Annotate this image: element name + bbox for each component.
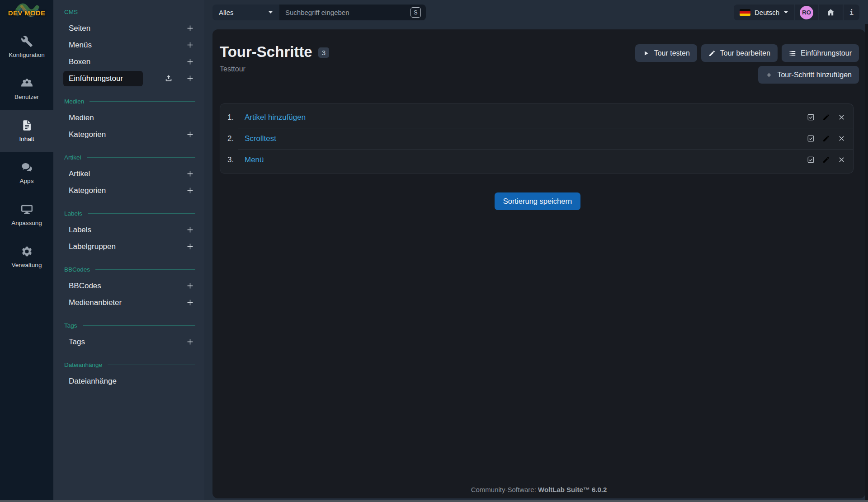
add-medienanbieter-button[interactable] xyxy=(186,298,194,307)
play-icon xyxy=(642,50,650,57)
topbar-controls: Deutsch RO i xyxy=(734,5,859,20)
dev-mode-logo[interactable]: DEV MODE xyxy=(0,0,53,26)
add-bbcode-button[interactable] xyxy=(186,281,194,290)
sidebar-item-labelgruppen: Labelgruppen xyxy=(64,238,195,255)
delete-step-close-icon[interactable] xyxy=(838,135,845,142)
sidebar-item-labels: Labels xyxy=(64,221,195,238)
plus-icon xyxy=(186,225,194,234)
search-scope-label: Alles xyxy=(219,9,234,16)
horizontal-scrollbar[interactable] xyxy=(0,500,868,502)
page-subtitle: Testtour xyxy=(220,65,329,73)
sidebar-item-link[interactable]: Labels xyxy=(63,222,98,238)
edit-step-pencil-icon[interactable] xyxy=(822,113,830,121)
rail-item-apps[interactable]: Apps xyxy=(0,152,53,194)
section-title: BBCodes xyxy=(64,266,90,273)
import-tour-button[interactable] xyxy=(164,74,173,83)
rail-item-benutzer[interactable]: Benutzer xyxy=(0,68,53,110)
rail-item-konfiguration[interactable]: Konfiguration xyxy=(0,26,53,68)
rail-item-inhalt[interactable]: Inhalt xyxy=(0,110,53,152)
tour-list-button[interactable]: Einführungstour xyxy=(782,44,859,62)
chevron-down-icon xyxy=(783,11,788,14)
enable-step-checkbox-icon[interactable] xyxy=(807,156,815,164)
step-link[interactable]: Menü xyxy=(245,155,264,164)
add-menus-button[interactable] xyxy=(186,41,194,49)
user-menu[interactable]: RO xyxy=(794,5,818,20)
tour-edit-button[interactable]: Tour bearbeiten xyxy=(701,44,778,62)
sidebar-item-medien: Medien xyxy=(64,109,195,126)
step-number: 3. xyxy=(227,155,245,164)
save-sorting-button[interactable]: Sortierung speichern xyxy=(495,192,580,210)
delete-step-close-icon[interactable] xyxy=(838,156,845,164)
footer-product-link[interactable]: WoltLab Suite™ 6.0.2 xyxy=(538,486,607,493)
add-boxen-button[interactable] xyxy=(186,57,194,66)
step-number: 2. xyxy=(227,134,245,143)
enable-step-checkbox-icon[interactable] xyxy=(807,135,815,142)
step-link[interactable]: Artikel hinzufügen xyxy=(245,113,306,122)
add-tour-step-button[interactable]: Tour-Schritt hinzufügen xyxy=(758,66,859,84)
rail-item-anpassung[interactable]: Anpassung xyxy=(0,194,53,236)
upload-icon xyxy=(164,74,173,83)
step-link[interactable]: Scrolltest xyxy=(245,134,276,143)
frontend-link[interactable] xyxy=(818,5,843,20)
sidebar-item-seiten: Seiten xyxy=(64,20,195,37)
plus-icon xyxy=(186,169,194,178)
add-medien-kategorie-button[interactable] xyxy=(186,130,194,139)
tour-steps-list: 1. Artikel hinzufügen 2. Scrolltest 3. M… xyxy=(220,103,854,174)
desktop-icon xyxy=(21,203,33,216)
add-artikel-kategorie-button[interactable] xyxy=(186,186,194,195)
acp-search: Alles S xyxy=(212,5,426,20)
section-title: Dateianhänge xyxy=(64,361,102,368)
delete-step-close-icon[interactable] xyxy=(838,113,845,121)
sidebar-item-einfuehrungstour: Einführungstour xyxy=(64,70,195,87)
sidebar-item-link[interactable]: Tags xyxy=(63,334,91,350)
sidebar-item-link[interactable]: Medien xyxy=(63,110,100,126)
sidebar-item-link[interactable]: Kategorien xyxy=(63,183,112,198)
plus-icon xyxy=(186,338,194,346)
list-icon xyxy=(789,50,796,57)
sidebar-item-link[interactable]: Dateianhänge xyxy=(63,374,123,389)
add-artikel-button[interactable] xyxy=(186,169,194,178)
vertical-scrollbar-track[interactable] xyxy=(865,24,868,502)
language-label: Deutsch xyxy=(755,9,779,16)
plus-icon xyxy=(186,41,194,49)
sidebar-item-link[interactable]: BBCodes xyxy=(63,278,108,294)
sidebar-section-labels: Labels Labels Labelgruppen xyxy=(53,208,204,255)
sidebar-section-tags: Tags Tags xyxy=(53,320,204,350)
plus-icon xyxy=(186,298,194,307)
add-labelgruppe-button[interactable] xyxy=(186,242,194,251)
add-seiten-button[interactable] xyxy=(186,24,194,33)
add-tour-button[interactable] xyxy=(186,74,194,83)
rail-item-verwaltung[interactable]: Verwaltung xyxy=(0,236,53,278)
system-info-button[interactable]: i xyxy=(843,5,859,20)
search-scope-dropdown[interactable]: Alles xyxy=(212,5,279,20)
sidebar-item-link[interactable]: Artikel xyxy=(63,166,96,182)
sidebar-item-link[interactable]: Kategorien xyxy=(63,127,112,142)
sidebar-item-link[interactable]: Labelgruppen xyxy=(63,239,122,254)
edit-step-pencil-icon[interactable] xyxy=(822,135,830,142)
rail-item-label: Inhalt xyxy=(19,136,34,142)
sidebar-item-link[interactable]: Boxen xyxy=(63,54,97,70)
main-nav-rail: DEV MODE Konfiguration Benutzer Inhalt A… xyxy=(0,0,53,502)
sidebar-item-link[interactable]: Medienanbieter xyxy=(63,295,128,310)
search-field-wrap: S xyxy=(279,5,426,20)
add-tag-button[interactable] xyxy=(186,338,194,346)
tour-step-row: 1. Artikel hinzufügen xyxy=(220,107,853,128)
flag-germany-icon xyxy=(740,9,750,16)
rail-item-label: Verwaltung xyxy=(12,262,42,268)
sidebar-item-link[interactable]: Menüs xyxy=(63,38,98,53)
add-label-button[interactable] xyxy=(186,225,194,234)
sidebar-section-dateianhaenge: Dateianhänge Dateianhänge xyxy=(53,359,204,389)
sidebar-item-artikel: Artikel xyxy=(64,165,195,182)
footer-prefix: Community-Software: xyxy=(471,486,536,493)
rail-nav: Konfiguration Benutzer Inhalt Apps Anpas… xyxy=(0,26,53,278)
sidebar-item-link[interactable]: Einführungstour xyxy=(63,71,143,86)
search-input[interactable] xyxy=(284,8,407,17)
edit-step-pencil-icon[interactable] xyxy=(822,156,830,164)
tour-test-button[interactable]: Tour testen xyxy=(635,44,697,62)
language-switcher[interactable]: Deutsch xyxy=(734,5,794,20)
plus-icon xyxy=(186,74,194,83)
sidebar-item-link[interactable]: Seiten xyxy=(63,21,97,36)
enable-step-checkbox-icon[interactable] xyxy=(807,113,815,121)
content-sidebar: CMS Seiten Menüs Boxen Einführungstour M… xyxy=(53,0,204,502)
wrench-icon xyxy=(21,35,33,47)
